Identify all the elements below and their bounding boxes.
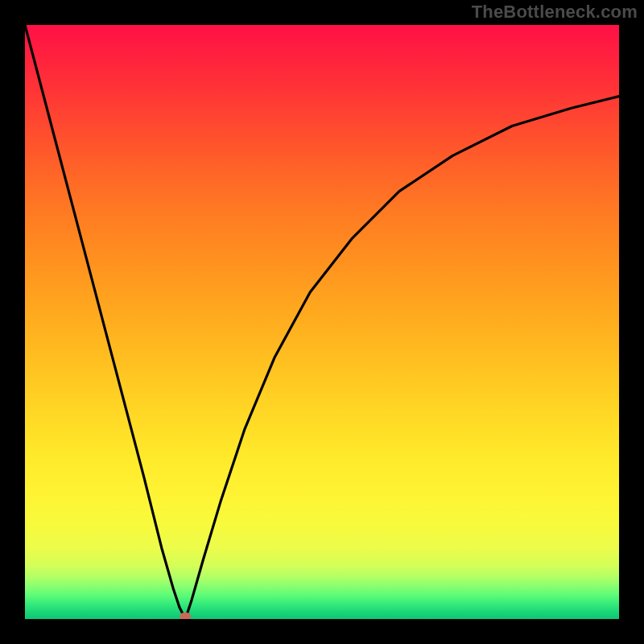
chart-frame: TheBottleneck.com (0, 0, 644, 644)
gradient-background (25, 25, 619, 619)
watermark-text: TheBottleneck.com (472, 2, 638, 23)
bottleneck-chart (0, 0, 644, 644)
